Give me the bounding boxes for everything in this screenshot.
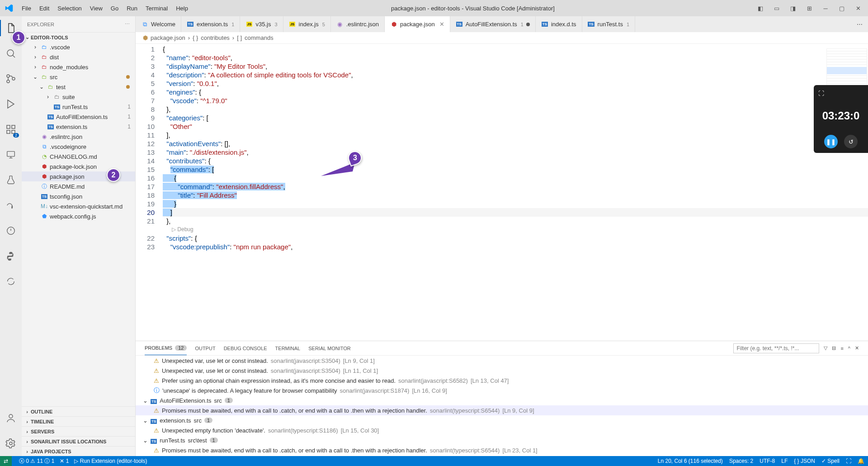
- panel-tab-serial-monitor[interactable]: SERIAL MONITOR: [308, 346, 351, 351]
- screen-recorder[interactable]: ⛶ 03:23:0 ❚❚ ↺: [814, 85, 868, 153]
- code-line[interactable]: "contributes": {: [163, 157, 868, 165]
- code-line[interactable]: "engines": {: [163, 88, 868, 96]
- status-selection[interactable]: Ln 20, Col 6 (116 selected): [658, 458, 723, 464]
- menu-view[interactable]: View: [86, 3, 106, 14]
- sidebar-icon[interactable]: ◨: [787, 2, 799, 14]
- problem-row[interactable]: ⓘ'unescape' is deprecated. A legacy feat…: [136, 385, 868, 395]
- customize-icon[interactable]: ⊞: [803, 2, 816, 14]
- code-line[interactable]: "activationEvents": [],: [163, 139, 868, 148]
- code-line[interactable]: "version": "0.0.1",: [163, 79, 868, 88]
- status-bell-icon[interactable]: 🔔: [858, 458, 864, 464]
- tab-extension.ts[interactable]: TSextension.ts1: [181, 16, 241, 32]
- collapse-icon[interactable]: ⊟: [832, 345, 836, 351]
- tree-item-vsc-extension-quickstart.md[interactable]: M↓vsc-extension-quickstart.md: [22, 201, 135, 211]
- menu-terminal[interactable]: Terminal: [142, 3, 171, 14]
- status-ports[interactable]: ✕ 1: [60, 458, 69, 464]
- layout-icon[interactable]: ◧: [754, 2, 767, 14]
- activity-sonar[interactable]: [0, 197, 22, 214]
- code-line[interactable]: ]: [163, 208, 868, 217]
- code-line[interactable]: },: [163, 105, 868, 114]
- panel-icon[interactable]: ▭: [770, 2, 783, 14]
- status-language[interactable]: { } JSON: [794, 458, 815, 464]
- tree-item-.vscodeignore[interactable]: ⧉.vscodeignore: [22, 142, 135, 152]
- activity-testing[interactable]: [0, 172, 22, 188]
- expand-icon[interactable]: ⛶: [818, 90, 824, 97]
- section-sonarlint-issue-locations[interactable]: ›SONARLINT ISSUE LOCATIONS: [22, 436, 135, 446]
- maximize-panel-icon[interactable]: ^: [848, 346, 850, 351]
- activity-scm[interactable]: [0, 71, 22, 87]
- menu-go[interactable]: Go: [107, 3, 122, 14]
- activity-extensions[interactable]: 2: [0, 121, 22, 138]
- section-outline[interactable]: ›OUTLINE: [22, 406, 135, 416]
- tree-item-src[interactable]: ⌄🗀src: [22, 72, 135, 82]
- activity-account[interactable]: [0, 410, 22, 426]
- problems-filter-input[interactable]: [733, 343, 819, 353]
- tree-item-runTest.ts[interactable]: TSrunTest.ts1: [22, 102, 135, 112]
- code-line[interactable]: ],: [163, 131, 868, 139]
- code-line[interactable]: "vscode:prepublish": "npm run package",: [163, 243, 868, 251]
- minimize-icon[interactable]: ─: [819, 2, 832, 14]
- sidebar-more-icon[interactable]: ⋯: [125, 21, 130, 27]
- tree-item-README.md[interactable]: ⓘREADME.md: [22, 181, 135, 191]
- activity-power[interactable]: [0, 223, 22, 239]
- code-line[interactable]: "command": "extension.fillAddress",: [163, 182, 868, 191]
- panel-tab-terminal[interactable]: TERMINAL: [275, 346, 301, 351]
- code-line[interactable]: }: [163, 200, 868, 208]
- status-launch[interactable]: ▷ Run Extension (editor-tools): [74, 458, 147, 464]
- tree-item-webpack.config.js[interactable]: ⬟webpack.config.js: [22, 211, 135, 221]
- remote-indicator[interactable]: ⇄: [0, 456, 12, 466]
- problems-list[interactable]: ⚠Unexpected var, use let or const instea…: [136, 356, 868, 456]
- tree-item-extension.ts[interactable]: TSextension.ts1: [22, 122, 135, 132]
- code-line[interactable]: "main": "./dist/extension.js",: [163, 148, 868, 157]
- tree-item-node_modules[interactable]: ›🗀node_modules: [22, 62, 135, 72]
- tree-root-header[interactable]: ⌄EDITOR-TOOLS: [22, 32, 135, 42]
- tab-Welcome[interactable]: ⧉Welcome: [136, 16, 181, 32]
- section-java-projects[interactable]: ›JAVA PROJECTS: [22, 446, 135, 456]
- section-servers[interactable]: ›SERVERS: [22, 426, 135, 436]
- problem-row[interactable]: ⚠Unexpected empty function 'deactivate'.…: [136, 425, 868, 435]
- recorder-pause-button[interactable]: ❚❚: [824, 135, 838, 148]
- tab-runTest.ts[interactable]: TSrunTest.ts1: [582, 16, 635, 32]
- problem-row[interactable]: ⚠Promises must be awaited, end with a ca…: [136, 405, 868, 415]
- editor[interactable]: 1234567891011121314151617181920212223 { …: [136, 44, 868, 341]
- tab-.eslintrc.json[interactable]: ◉.eslintrc.json: [331, 16, 385, 32]
- problem-row[interactable]: ⚠Unexpected var, use let or const instea…: [136, 366, 868, 376]
- tree-item-tsconfig.json[interactable]: TStsconfig.json: [22, 191, 135, 201]
- breadcrumb[interactable]: ⬢ package.json › { } contributes › [ ] c…: [136, 32, 868, 44]
- menu-help[interactable]: Help: [172, 3, 192, 14]
- close-icon[interactable]: ✕: [852, 2, 864, 14]
- maximize-icon[interactable]: ▢: [835, 2, 848, 14]
- activity-debug[interactable]: [0, 96, 22, 112]
- list-icon[interactable]: ≡: [840, 346, 843, 351]
- panel-tab-output[interactable]: OUTPUT: [195, 346, 215, 351]
- code-line[interactable]: "description": "A collection of simple e…: [163, 71, 868, 79]
- menu-file[interactable]: File: [18, 3, 35, 14]
- recorder-restart-button[interactable]: ↺: [844, 135, 858, 148]
- tree-item-suite[interactable]: ›🗀suite: [22, 92, 135, 102]
- close-panel-icon[interactable]: ✕: [855, 345, 859, 351]
- problem-group[interactable]: ⌄TSAutoFillExtension.ts src 1: [136, 395, 868, 405]
- code-line[interactable]: "name": "editor-tools",: [163, 53, 868, 62]
- activity-settings[interactable]: [0, 435, 22, 452]
- tree-item-dist[interactable]: ›🗀dist: [22, 52, 135, 62]
- problem-row[interactable]: ⚠Promises must be awaited, end with a ca…: [136, 445, 868, 455]
- menu-edit[interactable]: Edit: [36, 3, 53, 14]
- tree-item-.vscode[interactable]: ›🗀.vscode: [22, 42, 135, 52]
- problem-row[interactable]: ⚠Prefer using an optional chain expressi…: [136, 376, 868, 385]
- status-spell[interactable]: ✓ Spell: [821, 458, 840, 464]
- file-tree[interactable]: ›🗀.vscode›🗀dist›🗀node_modules⌄🗀src⌄🗀test…: [22, 42, 135, 406]
- code-line[interactable]: "displayName": "My Editor Tools",: [163, 62, 868, 71]
- code-line[interactable]: {: [163, 174, 868, 182]
- status-eol[interactable]: LF: [781, 458, 788, 464]
- code-line[interactable]: "categories": [: [163, 114, 868, 122]
- problem-row[interactable]: ⚠Unexpected var, use let or const instea…: [136, 356, 868, 366]
- panel-tab-problems[interactable]: PROBLEMS12: [145, 341, 187, 355]
- menu-selection[interactable]: Selection: [54, 3, 85, 14]
- code-line[interactable]: "title": "Fill Address": [163, 191, 868, 200]
- tab-package.json[interactable]: ⬢package.json✕: [385, 16, 450, 32]
- activity-remote[interactable]: [0, 147, 22, 163]
- panel-tab-debug-console[interactable]: DEBUG CONSOLE: [224, 346, 267, 351]
- tab-index.d.ts[interactable]: TSindex.d.ts: [536, 16, 582, 32]
- activity-python[interactable]: [0, 248, 22, 264]
- code-line[interactable]: "scripts": {: [163, 234, 868, 243]
